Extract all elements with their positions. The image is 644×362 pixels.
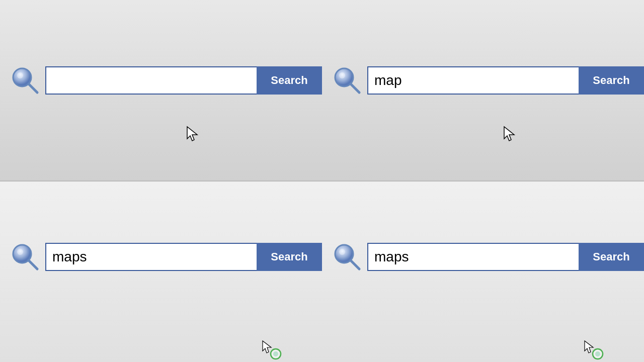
bottom-right-panel: Search: [322, 242, 644, 272]
cursor-bottom-right: [584, 340, 604, 362]
svg-marker-13: [263, 341, 271, 353]
bottom-left-panel: Search: [0, 242, 322, 272]
svg-line-2: [29, 84, 37, 93]
magnifier-icon-bottom-left: [10, 242, 40, 272]
search-input-top-left[interactable]: [45, 66, 257, 95]
magnifier-icon-top-right: [332, 65, 362, 96]
top-half: Search Search: [0, 0, 644, 180]
svg-marker-3: [187, 127, 197, 141]
search-input-bottom-right[interactable]: [367, 243, 579, 271]
search-box-top-left: Search: [45, 66, 322, 95]
svg-line-10: [29, 260, 37, 269]
bottom-half: Search S: [0, 182, 644, 362]
svg-line-6: [351, 84, 359, 93]
search-button-top-right[interactable]: Search: [579, 66, 644, 95]
search-input-bottom-left[interactable]: [45, 243, 257, 271]
svg-point-1: [17, 72, 23, 78]
cursor-top-right: [503, 126, 517, 144]
search-button-bottom-right[interactable]: Search: [579, 243, 644, 271]
search-box-top-right: Search: [367, 66, 644, 95]
magnifier-icon-top-left: [10, 65, 40, 96]
top-right-panel: Search: [322, 65, 644, 96]
svg-line-16: [351, 260, 359, 269]
svg-point-9: [17, 249, 23, 255]
magnifier-icon-bottom-right: [332, 242, 362, 272]
svg-point-15: [339, 249, 345, 255]
svg-marker-19: [585, 341, 593, 353]
svg-point-18: [595, 351, 600, 356]
search-box-bottom-left: Search: [45, 243, 322, 271]
cursor-top-left: [186, 126, 200, 144]
svg-marker-7: [504, 127, 514, 141]
svg-point-5: [339, 72, 345, 78]
cursor-bottom-left: [262, 340, 282, 362]
svg-point-12: [273, 351, 278, 356]
search-button-top-left[interactable]: Search: [257, 66, 322, 95]
top-left-panel: Search: [0, 65, 322, 96]
search-button-bottom-left[interactable]: Search: [257, 243, 322, 271]
search-box-bottom-right: Search: [367, 243, 644, 271]
search-input-top-right[interactable]: [367, 66, 579, 95]
